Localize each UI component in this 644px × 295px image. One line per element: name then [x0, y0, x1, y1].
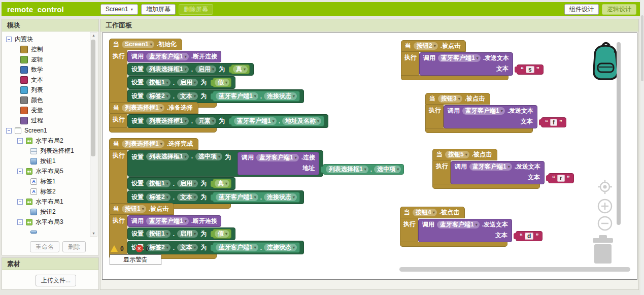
component-dropdown[interactable]: 按钮1 — [122, 205, 146, 213]
logic-false-block[interactable]: 假 — [213, 229, 231, 239]
logic-false-block[interactable]: 假 — [213, 78, 231, 87]
blocks-editor-button[interactable]: 逻辑设计 — [602, 4, 636, 15]
rename-button[interactable]: 重命名 — [30, 241, 59, 252]
text-value-field[interactable]: d — [525, 233, 533, 240]
canvas-vertical-scrollbar[interactable] — [617, 42, 621, 225]
scroll-down-icon[interactable]: ▼ — [90, 232, 97, 235]
property-dropdown[interactable]: 启用 — [195, 65, 216, 73]
upload-file-button[interactable]: 上传文件... — [36, 275, 76, 286]
center-blocks-button[interactable] — [597, 179, 613, 196]
tree-scrollbar[interactable]: ▲ ▼ — [90, 32, 97, 237]
warnings-indicator[interactable]: 0 × 0 — [111, 245, 149, 252]
tree-item-procedures[interactable]: 过程 — [2, 115, 90, 125]
getter-listpicker-selection-block[interactable]: 列表选择框1 . 选中项 — [323, 164, 404, 175]
call-sendtext-block[interactable]: 调用 蓝牙客户端1 .发送文本 文本 “ d ” — [418, 219, 512, 242]
component-dropdown[interactable]: 标签2 — [146, 244, 171, 251]
remove-screen-button[interactable]: 删除屏幕 — [179, 4, 213, 15]
tree-item-variables[interactable]: 变量 — [2, 105, 90, 115]
tree-item-logic[interactable]: 逻辑 — [2, 54, 90, 64]
set-listpicker-elements-block[interactable]: 设置 列表选择框1 . 元素 为 蓝牙客户端1 . 地址及名称 — [127, 114, 328, 128]
tree-item-colors[interactable]: 颜色 — [2, 95, 90, 105]
component-dropdown[interactable]: 按钮1 — [146, 79, 171, 86]
blocks-canvas[interactable]: 当 Screen1 .初始化 执行 调用 蓝牙客户端1 .断开连接 设置 列表选… — [102, 32, 637, 280]
component-dropdown[interactable]: 列表选择框1 — [326, 166, 368, 173]
event-block-listpicker-afterpicking[interactable]: 当 列表选择框1 .选择完成 执行 设置 列表选择框1 . 选中项 为 调用 — [109, 138, 323, 209]
component-dropdown[interactable]: 列表选择框1 — [146, 65, 189, 73]
set-listpicker-selection-block[interactable]: 设置 列表选择框1 . 选中项 为 调用 蓝牙客户端1 .连接 地址 — [127, 150, 323, 177]
set-label2-text-block[interactable]: 设置 标签2 . 文本 为 蓝牙客户端1 . 连接状态 — [127, 89, 304, 103]
tree-item-harrangement1[interactable]: 水平布局1 — [2, 196, 90, 207]
logic-dropdown[interactable]: 真 — [215, 180, 229, 187]
logic-dropdown[interactable]: 假 — [215, 79, 229, 86]
text-value-field[interactable]: s — [526, 66, 534, 73]
tree-item-control[interactable]: 控制 — [2, 44, 90, 54]
logic-dropdown[interactable]: 真 — [233, 65, 248, 73]
tree-item-screen1[interactable]: Screen1 — [2, 125, 90, 136]
call-sendtext-block[interactable]: 调用 蓝牙客户端1 .发送文本 文本 “ f ” — [444, 105, 537, 128]
collapse-icon[interactable] — [6, 128, 12, 134]
set-button1-enabled-block[interactable]: 设置 按钮1 . 启用 为 假 — [127, 227, 235, 240]
logic-dropdown[interactable]: 假 — [215, 230, 229, 238]
set-button1-enabled-block[interactable]: 设置 按钮1 . 启用 为 假 — [127, 76, 235, 89]
tree-item-label2[interactable]: A标签2 — [2, 186, 90, 196]
event-block-button3-click[interactable]: 当 按钮3 .被点击 执行 调用 蓝牙客户端1 .发送文本 文本 — [425, 93, 537, 133]
getter-bt-addresses-block[interactable]: 蓝牙客户端1 . 地址及名称 — [231, 116, 324, 126]
component-dropdown[interactable]: 列表选择框1 — [146, 153, 189, 160]
component-dropdown[interactable]: 列表选择框1 — [146, 117, 189, 125]
component-dropdown[interactable]: 标签2 — [146, 193, 171, 201]
component-dropdown[interactable]: 按钮4 — [413, 209, 437, 216]
property-dropdown[interactable]: 元素 — [195, 117, 216, 125]
property-dropdown[interactable]: 选中项 — [195, 153, 222, 160]
collapse-icon[interactable] — [17, 219, 23, 225]
getter-bt-isconnected-block[interactable]: 蓝牙客户端1 . 连接状态 — [213, 242, 300, 253]
component-dropdown[interactable]: 按钮1 — [146, 230, 171, 238]
call-disconnect-block[interactable]: 调用 蓝牙客户端1 .断开连接 — [127, 51, 221, 62]
set-listpicker-enabled-block[interactable]: 设置 列表选择框1 . 启用 为 真 — [127, 63, 254, 76]
component-dropdown[interactable]: 蓝牙客户端1 — [146, 217, 189, 225]
component-dropdown[interactable]: 按钮3 — [438, 95, 462, 103]
call-sendtext-block[interactable]: 调用 蓝牙客户端1 .发送文本 文本 “ r ” — [451, 161, 545, 184]
scrollbar-thumb[interactable] — [91, 40, 95, 156]
getter-bt-isconnected-block[interactable]: 蓝牙客户端1 . 连接状态 — [213, 192, 300, 203]
add-screen-button[interactable]: 增加屏幕 — [141, 4, 176, 15]
logic-true-block[interactable]: 真 — [213, 179, 231, 188]
property-dropdown[interactable]: 连接状态 — [264, 193, 297, 201]
component-dropdown[interactable]: 列表选择框1 — [122, 140, 164, 148]
tree-item-math[interactable]: 数学 — [2, 64, 90, 75]
event-block-button2-click[interactable]: 当 按钮2 .被点击 执行 调用 蓝牙客户端1 .发送文本 文本 — [401, 40, 513, 80]
text-string-block[interactable]: “ d ” — [516, 231, 543, 241]
event-block-screen1-initialize[interactable]: 当 Screen1 .初始化 执行 调用 蓝牙客户端1 .断开连接 设置 列表选… — [109, 39, 304, 108]
call-sendtext-block[interactable]: 调用 蓝牙客户端1 .发送文本 文本 “ s ” — [419, 52, 513, 76]
tree-item-harrangement2[interactable]: 水平布局2 — [2, 136, 90, 146]
property-dropdown[interactable]: 文本 — [177, 244, 198, 251]
tree-item-button1[interactable]: 按钮1 — [2, 156, 90, 166]
tree-item-harrangement3[interactable]: 水平布局3 — [2, 217, 90, 227]
component-dropdown[interactable]: 蓝牙客户端1 — [437, 221, 480, 228]
component-dropdown[interactable]: 蓝牙客户端1 — [256, 154, 299, 161]
component-dropdown[interactable]: 按钮5 — [445, 151, 469, 158]
text-string-block[interactable]: “ f ” — [541, 117, 566, 127]
collapse-icon[interactable] — [6, 37, 12, 42]
text-string-block[interactable]: “ r ” — [548, 173, 574, 183]
component-dropdown[interactable]: 标签2 — [146, 92, 171, 100]
property-dropdown[interactable]: 连接状态 — [264, 92, 297, 100]
set-label2-text-block[interactable]: 设置 标签2 . 文本 为 蓝牙客户端1 . 连接状态 — [127, 241, 304, 254]
tree-item-partial[interactable] — [2, 227, 90, 237]
component-dropdown[interactable]: 蓝牙客户端1 — [216, 244, 258, 251]
component-dropdown[interactable]: 蓝牙客户端1 — [216, 92, 258, 100]
text-value-field[interactable]: r — [557, 175, 565, 182]
trash-icon[interactable] — [589, 234, 617, 267]
zoom-in-button[interactable] — [597, 199, 613, 216]
property-dropdown[interactable]: 启用 — [177, 230, 198, 238]
canvas-horizontal-scrollbar[interactable] — [399, 267, 630, 272]
call-disconnect-block[interactable]: 调用 蓝牙客户端1 .断开连接 — [127, 215, 221, 227]
component-dropdown[interactable]: 列表选择框1 — [122, 104, 164, 112]
component-dropdown[interactable]: 按钮2 — [414, 42, 438, 50]
event-block-button5-click[interactable]: 当 按钮5 .被点击 执行 调用 蓝牙客户端1 .发送文本 文本 — [432, 149, 545, 189]
property-dropdown[interactable]: 文本 — [177, 92, 198, 100]
scroll-up-icon[interactable]: ▲ — [90, 34, 97, 37]
tree-item-harrangement5[interactable]: 水平布局5 — [2, 166, 90, 176]
property-dropdown[interactable]: 启用 — [177, 180, 198, 187]
page-scrollbar[interactable] — [640, 0, 644, 295]
property-dropdown[interactable]: 连接状态 — [264, 244, 297, 251]
